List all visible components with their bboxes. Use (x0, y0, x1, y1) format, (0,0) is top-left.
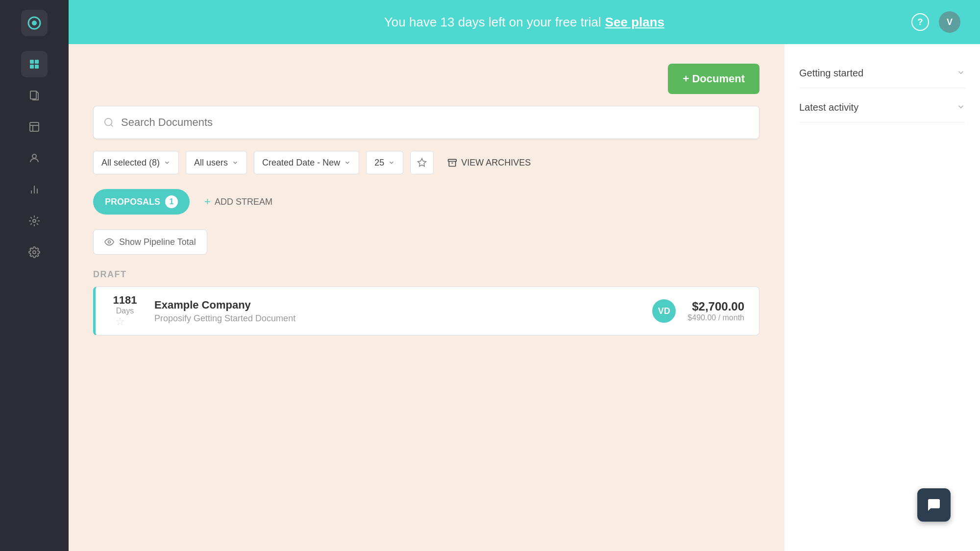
getting-started-title: Getting started (799, 68, 863, 79)
add-stream-button[interactable]: + ADD STREAM (197, 191, 279, 213)
trial-banner: You have 13 days left on your free trial… (69, 0, 980, 44)
settings-icon (28, 246, 40, 258)
svg-rect-5 (35, 65, 39, 69)
doc-star-button[interactable]: ☆ (110, 315, 130, 328)
latest-activity-title: Latest activity (799, 102, 858, 113)
draft-label: DRAFT (93, 269, 760, 280)
svg-marker-18 (418, 159, 426, 167)
getting-started-section: Getting started (799, 59, 965, 88)
doc-user-avatar: VD (652, 299, 676, 323)
latest-activity-section: Latest activity (799, 93, 965, 122)
streams-row: PROPOSALS 1 + ADD STREAM (93, 189, 760, 215)
sidebar-item-templates[interactable] (21, 114, 48, 140)
chevron-down-icon (956, 68, 965, 77)
svg-point-10 (32, 154, 36, 158)
svg-rect-3 (35, 60, 39, 64)
doc-subtitle: Proposify Getting Started Document (154, 313, 652, 324)
dashboard-icon (28, 58, 40, 70)
doc-days: 1181 Days ☆ (110, 294, 140, 328)
archives-icon (447, 158, 457, 168)
sidebar (0, 0, 69, 551)
view-archives-button[interactable]: VIEW ARCHIVES (441, 151, 538, 174)
getting-started-header[interactable]: Getting started (799, 59, 965, 88)
sidebar-item-settings[interactable] (21, 239, 48, 265)
sidebar-item-reports[interactable] (21, 176, 48, 203)
proposals-badge: 1 (165, 195, 178, 208)
getting-started-chevron (956, 68, 965, 79)
chevron-down-icon-2 (956, 102, 965, 111)
latest-activity-chevron (956, 102, 965, 113)
sidebar-item-contacts[interactable] (21, 145, 48, 171)
logo-icon (26, 15, 42, 31)
add-document-button[interactable]: + Document (668, 64, 760, 94)
sidebar-item-documents[interactable] (21, 82, 48, 109)
main-content: You have 13 days left on your free trial… (69, 0, 980, 551)
svg-rect-2 (30, 60, 34, 64)
svg-rect-19 (448, 159, 457, 161)
documents-icon (28, 90, 40, 101)
sidebar-item-dashboard[interactable] (21, 51, 48, 77)
chevron-down-icon (164, 159, 171, 166)
svg-rect-6 (30, 91, 36, 99)
users-chevron-icon (232, 159, 239, 166)
svg-point-16 (105, 119, 112, 126)
doc-company: Example Company (154, 299, 652, 311)
filters-row: All selected (8) All users Created Date … (93, 151, 760, 174)
svg-line-17 (111, 124, 113, 126)
svg-rect-7 (30, 122, 39, 131)
svg-point-15 (33, 251, 36, 254)
date-chevron-icon (344, 159, 351, 166)
doc-total: $2,700.00 (687, 300, 744, 313)
chat-icon (926, 497, 942, 513)
favorites-filter-button[interactable] (410, 151, 434, 174)
integrations-icon (28, 215, 40, 227)
sidebar-logo[interactable] (21, 10, 48, 36)
doc-right: VD $2,700.00 $490.00 / month (652, 299, 744, 323)
show-pipeline-toggle[interactable]: Show Pipeline Total (93, 229, 207, 255)
eye-icon (104, 237, 114, 247)
doc-info: Example Company Proposify Getting Starte… (154, 299, 652, 324)
all-users-dropdown[interactable]: All users (186, 151, 247, 174)
templates-icon (28, 121, 40, 133)
content-area: + Document All selected (8) (69, 44, 980, 551)
all-selected-dropdown[interactable]: All selected (8) (93, 151, 179, 174)
top-right-icons: ? V (911, 11, 960, 33)
contacts-icon (28, 152, 40, 164)
count-chevron-icon (388, 159, 395, 166)
svg-rect-4 (30, 65, 34, 69)
draft-section: DRAFT 1181 Days ☆ Example Company Propos… (93, 269, 760, 335)
sidebar-item-integrations[interactable] (21, 208, 48, 234)
documents-section: + Document All selected (8) (69, 44, 784, 551)
reports-icon (28, 184, 40, 195)
see-plans-link[interactable]: See plans (605, 15, 664, 30)
right-sidebar: Getting started Latest activity (784, 44, 980, 551)
date-sort-dropdown[interactable]: Created Date - New (254, 151, 359, 174)
svg-point-14 (33, 219, 36, 222)
star-filter-icon (417, 158, 427, 168)
proposals-stream-tab[interactable]: PROPOSALS 1 (93, 189, 190, 215)
user-avatar[interactable]: V (939, 11, 960, 33)
latest-activity-header[interactable]: Latest activity (799, 93, 965, 122)
search-icon (103, 117, 114, 128)
search-bar (93, 106, 760, 139)
svg-point-1 (32, 21, 37, 25)
doc-amount: $2,700.00 $490.00 / month (687, 300, 744, 322)
count-dropdown[interactable]: 25 (366, 151, 403, 174)
document-card[interactable]: 1181 Days ☆ Example Company Proposify Ge… (93, 287, 760, 335)
svg-point-20 (108, 241, 111, 243)
search-input[interactable] (121, 116, 749, 129)
chat-button[interactable] (917, 488, 951, 522)
help-icon[interactable]: ? (911, 13, 929, 31)
trial-text: You have 13 days left on your free trial (384, 15, 601, 30)
doc-monthly: $490.00 / month (687, 313, 744, 322)
